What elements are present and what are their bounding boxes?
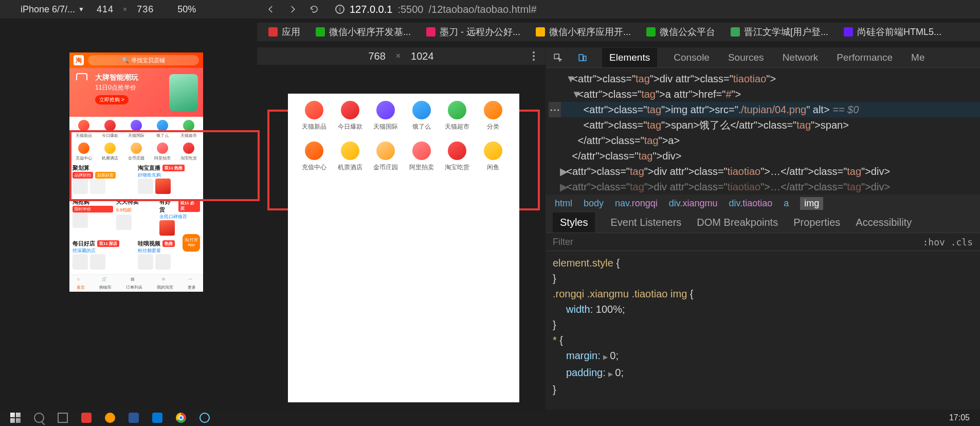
css-declaration[interactable]: margin: ▶0; (553, 348, 973, 365)
breadcrumb-item[interactable]: a (784, 198, 789, 209)
breadcrumb-item[interactable]: div.tiaotiao (729, 198, 773, 209)
tabbar-item[interactable]: ⌂首页 (77, 277, 85, 290)
bookmark-item[interactable]: 应用 (268, 26, 300, 38)
styles-tab[interactable]: Properties (793, 217, 840, 228)
category-icon (104, 120, 116, 131)
kebab-menu-icon[interactable] (533, 51, 535, 61)
breadcrumb-item[interactable]: body (584, 198, 604, 209)
category-item[interactable]: 天猫新品 (297, 101, 331, 131)
breadcrumb-item[interactable]: html (555, 198, 572, 209)
tabbar-item[interactable]: 🛒购物车 (99, 277, 112, 290)
bookmark-item[interactable]: 墨刀 - 远程办公好... (426, 26, 520, 38)
styles-filter-input[interactable] (553, 237, 656, 247)
category-item[interactable]: 天猫超市 (440, 101, 474, 131)
taskbar-clock[interactable]: 17:05 (949, 413, 970, 422)
banner-cta[interactable]: 立即抢购 > (95, 95, 129, 104)
card-taoqianggou[interactable]: 淘抢购 限时半价 (72, 198, 113, 236)
devtools-tab[interactable]: Network (781, 48, 821, 67)
device-selector[interactable]: iPhone 6/7/... ▼ (21, 4, 84, 15)
app-icon[interactable] (81, 413, 92, 423)
breadcrumb-item[interactable]: img (800, 197, 823, 210)
tablet-height[interactable]: 1024 (411, 50, 434, 62)
task-view-icon[interactable] (58, 413, 68, 423)
back-button[interactable] (265, 4, 277, 15)
dom-node-row[interactable]: </attr">class="tag">div> (549, 148, 980, 164)
tabbar-item[interactable]: ⋯更多 (188, 277, 196, 290)
search-bar[interactable]: 🔍 寻找宝贝店铺 (88, 55, 199, 65)
devtools-tab[interactable]: Sources (726, 48, 766, 67)
category-item[interactable]: 今日爆款 (333, 101, 367, 131)
card-sub: 9.9包邮 (116, 207, 157, 214)
dom-node-row[interactable]: ▼ <attr">class="tag">div attr">class="ti… (549, 71, 980, 86)
forward-button[interactable] (287, 4, 298, 15)
styles-tab[interactable]: Accessibility (856, 217, 912, 228)
open-app-float[interactable]: 淘 打开App (183, 234, 200, 252)
category-item[interactable]: 金币庄园 (369, 141, 403, 172)
app-icon[interactable] (105, 413, 115, 423)
category-item[interactable]: 天猫国际 (369, 101, 403, 131)
category-item[interactable]: 淘宝吃货 (440, 141, 474, 172)
tabbar-item[interactable]: ☺我的淘宝 (157, 277, 173, 290)
breadcrumb-item[interactable]: nav.rongqi (615, 198, 658, 209)
taobao-logo[interactable]: 淘 (74, 55, 84, 65)
favicon-icon (316, 27, 325, 37)
css-rule-selector[interactable]: * { (553, 332, 973, 348)
windows-taskbar[interactable]: 17:05 (0, 410, 980, 426)
card-haohuo[interactable]: 有好货双11 必买 全民口碑推荐 (159, 198, 200, 236)
device-toggle-icon[interactable] (577, 52, 588, 63)
category-item[interactable]: 充值中心 (297, 141, 331, 172)
styles-tab[interactable]: Styles (553, 212, 595, 233)
inspect-element-icon[interactable] (553, 52, 563, 63)
dom-node-row[interactable]: ▶ <attr">class="tag">div attr">class="ti… (549, 164, 980, 179)
dom-node-row[interactable]: <attr">class="tag">span>饿了么</attr">class… (549, 117, 980, 133)
dom-node-row[interactable]: ⋯ <attr">class="tag">img attr">src="./tu… (549, 102, 980, 117)
css-rule-selector[interactable]: element.style { (553, 255, 973, 271)
styles-tab[interactable]: Event Listeners (610, 217, 681, 228)
app-icon[interactable] (152, 413, 162, 423)
reload-button[interactable] (308, 4, 320, 15)
css-declaration[interactable]: width: 100%; (553, 301, 973, 317)
card-haodian[interactable]: 每日好店双11 探店 挖深藏的店 (72, 240, 135, 270)
site-info-icon[interactable]: i (335, 5, 344, 14)
dom-node-row[interactable]: ▶ <attr">class="tag">div attr">class="ti… (549, 179, 980, 194)
devtools-tab[interactable]: Me (909, 48, 927, 67)
category-item[interactable]: 阿里拍卖 (405, 141, 439, 172)
chrome-icon[interactable] (176, 413, 186, 423)
bookmark-item[interactable]: 微信小程序应用开... (536, 26, 631, 38)
card-tiantian[interactable]: 天天特卖 9.9包邮 (116, 198, 157, 236)
category-item[interactable]: 闲鱼 (476, 141, 510, 172)
category-icon (305, 101, 323, 119)
zoom-level[interactable]: 50% (177, 4, 196, 15)
category-item[interactable]: 饿了么 (405, 101, 439, 131)
start-button-icon[interactable] (10, 413, 21, 423)
css-rule-selector[interactable]: .rongqi .xiangmu .tiaotiao img { (553, 286, 973, 301)
styles-rules[interactable]: element.style {}.rongqi .xiangmu .tiaoti… (546, 251, 980, 401)
devtools-tab[interactable]: Elements (602, 48, 657, 67)
icon-grid-row-1: 天猫新品今日爆款天猫国际饿了么天猫超市分类 (288, 94, 519, 134)
bookmark-item[interactable]: 尚硅谷前端HTML5... (844, 26, 941, 38)
category-item[interactable]: 机票酒店 (333, 141, 367, 172)
address-bar[interactable]: i 127.0.0.1:5500/12taobao/taobao.html# (335, 4, 537, 15)
app-icon[interactable] (199, 413, 210, 423)
promo-banner[interactable]: 大牌智能潮玩 11日0点抢半价 立即抢购 > (69, 68, 203, 117)
bookmark-item[interactable]: 微信公众平台 (646, 26, 715, 38)
tabbar-item[interactable]: ▤订单列表 (126, 277, 142, 290)
category-item[interactable]: 分类 (476, 101, 510, 131)
elements-tree[interactable]: ▼ <attr">class="tag">div attr">class="ti… (546, 68, 980, 194)
css-declaration[interactable]: padding: ▶0; (553, 365, 973, 382)
bookmark-item[interactable]: 晋江文学城[用户登... (731, 26, 828, 38)
app-icon[interactable] (129, 413, 139, 423)
dom-node-row[interactable]: ▼ <attr">class="tag">a attr">href="#"> (549, 86, 980, 102)
breadcrumb-item[interactable]: div.xiangmu (669, 198, 718, 209)
devtools-tab[interactable]: Console (672, 48, 712, 67)
devtools-tab[interactable]: Performance (834, 48, 895, 67)
bottom-tabbar: ⌂首页🛒购物车▤订单列表☺我的淘宝⋯更多 (69, 274, 203, 292)
bookmark-item[interactable]: 微信小程序开发基... (316, 26, 411, 38)
viewport-dims[interactable]: 414 × 736 (97, 4, 154, 15)
tablet-width[interactable]: 768 (368, 50, 385, 62)
styles-tab[interactable]: DOM Breakpoints (697, 217, 778, 228)
elements-breadcrumbs[interactable]: htmlbodynav.rongqidiv.xiangmudiv.tiaotia… (546, 194, 980, 212)
search-icon[interactable] (34, 413, 44, 423)
hov-cls-toggle[interactable]: :hov .cls (922, 237, 973, 247)
dom-node-row[interactable]: </attr">class="tag">a> (549, 133, 980, 148)
